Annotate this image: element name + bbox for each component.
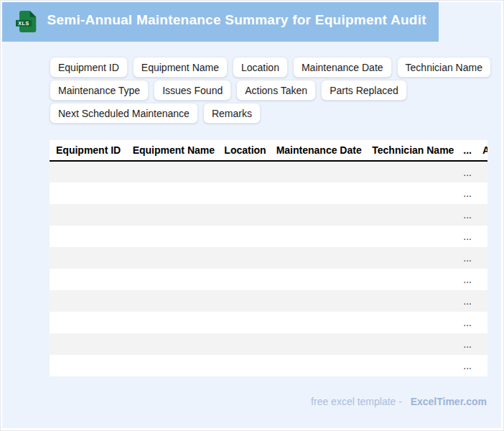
table-cell-empty: [476, 290, 487, 312]
chip-maintenance-type[interactable]: Maintenance Type: [50, 80, 149, 101]
footer-label: free excel template -: [311, 396, 402, 407]
row-ellipsis: ...: [457, 312, 476, 333]
footer-credit: free excel template - ExcelTimer.com: [56, 391, 487, 412]
table-cell-empty: [365, 290, 457, 312]
table-cell-empty: [365, 161, 457, 182]
row-ellipsis: ...: [457, 182, 476, 204]
table-cell-empty: [218, 204, 269, 226]
table-cell-empty: [270, 204, 366, 226]
table-cell-empty: [365, 312, 457, 333]
table-cell-empty: [270, 333, 366, 355]
table-cell-empty: [50, 290, 126, 312]
table-row: ...: [50, 247, 487, 269]
table-cell-empty: [270, 290, 366, 312]
table-cell-empty: [476, 226, 487, 247]
table-cell-empty: [365, 355, 457, 376]
table-cell-empty: [50, 247, 126, 269]
table-cell-empty: [126, 247, 218, 269]
table-cell-empty: [270, 247, 366, 269]
chip-maintenance-date[interactable]: Maintenance Date: [293, 57, 392, 78]
table-cell-empty: [126, 182, 218, 204]
table-cell-empty: [218, 312, 269, 333]
table-row: ...: [50, 290, 487, 312]
chip-actions-taken[interactable]: Actions Taken: [236, 80, 316, 101]
table-header-row: Equipment ID Equipment Name Location Mai…: [50, 140, 487, 161]
row-ellipsis: ...: [457, 247, 476, 269]
table-cell-empty: [50, 226, 126, 247]
table-cell-empty: [476, 204, 487, 226]
page-frame: XLS Semi-Annual Maintenance Summary for …: [0, 0, 504, 431]
chip-parts-replaced[interactable]: Parts Replaced: [321, 80, 407, 101]
row-ellipsis: ...: [457, 269, 476, 290]
table-row: ...: [50, 161, 487, 182]
col-header-ellipsis: ...: [457, 140, 476, 161]
table-cell-empty: [365, 247, 457, 269]
table-cell-empty: [476, 182, 487, 204]
footer-spacer: [405, 396, 408, 407]
col-header-equipment-name: Equipment Name: [126, 140, 218, 161]
table-cell-empty: [50, 161, 126, 182]
footer-brand-link[interactable]: ExcelTimer.com: [411, 396, 487, 407]
table-cell-empty: [50, 312, 126, 333]
table-cell-empty: [50, 182, 126, 204]
table-cell-empty: [218, 290, 269, 312]
table-cell-empty: [218, 161, 269, 182]
table-cell-empty: [365, 182, 457, 204]
preview-table: Equipment ID Equipment Name Location Mai…: [50, 140, 487, 376]
title-bar: XLS Semi-Annual Maintenance Summary for …: [2, 2, 439, 42]
table-cell-empty: [476, 333, 487, 355]
table-cell-empty: [476, 247, 487, 269]
table-cell-empty: [365, 226, 457, 247]
chip-issues-found[interactable]: Issues Found: [154, 80, 231, 101]
template-preview-card: XLS Semi-Annual Maintenance Summary for …: [2, 2, 501, 428]
col-header-location: Location: [218, 140, 269, 161]
col-header-maintenance-date: Maintenance Date: [270, 140, 366, 161]
row-ellipsis: ...: [457, 204, 476, 226]
preview-table-wrap: Equipment ID Equipment Name Location Mai…: [50, 140, 487, 376]
table-cell-empty: [218, 355, 269, 376]
table-cell-empty: [365, 204, 457, 226]
row-ellipsis: ...: [457, 226, 476, 247]
table-cell-empty: [270, 161, 366, 182]
column-chips: Equipment ID Equipment Name Location Mai…: [50, 57, 501, 124]
table-cell-empty: [270, 269, 366, 290]
table-cell-empty: [126, 269, 218, 290]
table-cell-empty: [476, 312, 487, 333]
table-cell-empty: [218, 333, 269, 355]
table-cell-empty: [218, 269, 269, 290]
table-row: ...: [50, 269, 487, 290]
col-header-equipment-id: Equipment ID: [50, 140, 126, 161]
table-cell-empty: [126, 333, 218, 355]
page-title: Semi-Annual Maintenance Summary for Equi…: [47, 2, 426, 37]
table-cell-empty: [365, 333, 457, 355]
col-header-clipped: A: [476, 140, 487, 161]
table-cell-empty: [270, 312, 366, 333]
chip-location[interactable]: Location: [233, 57, 288, 78]
row-ellipsis: ...: [457, 355, 476, 376]
table-cell-empty: [270, 355, 366, 376]
table-cell-empty: [218, 226, 269, 247]
chip-next-scheduled-maintenance[interactable]: Next Scheduled Maintenance: [50, 103, 198, 124]
table-cell-empty: [126, 204, 218, 226]
table-cell-empty: [126, 290, 218, 312]
table-cell-empty: [50, 333, 126, 355]
table-cell-empty: [126, 226, 218, 247]
chip-equipment-id[interactable]: Equipment ID: [50, 57, 128, 78]
row-ellipsis: ...: [457, 161, 476, 182]
table-cell-empty: [476, 355, 487, 376]
table-row: ...: [50, 204, 487, 226]
table-row: ...: [50, 312, 487, 333]
chip-remarks[interactable]: Remarks: [203, 103, 261, 124]
table-cell-empty: [476, 161, 487, 182]
xls-file-icon: XLS: [16, 11, 37, 32]
table-row: ...: [50, 182, 487, 204]
table-cell-empty: [126, 312, 218, 333]
table-cell-empty: [270, 182, 366, 204]
table-cell-empty: [270, 226, 366, 247]
col-header-technician-name: Technician Name: [365, 140, 457, 161]
chip-equipment-name[interactable]: Equipment Name: [133, 57, 228, 78]
chip-technician-name[interactable]: Technician Name: [397, 57, 491, 78]
table-row: ...: [50, 333, 487, 355]
table-cell-empty: [476, 269, 487, 290]
xls-icon-label: XLS: [18, 21, 29, 26]
